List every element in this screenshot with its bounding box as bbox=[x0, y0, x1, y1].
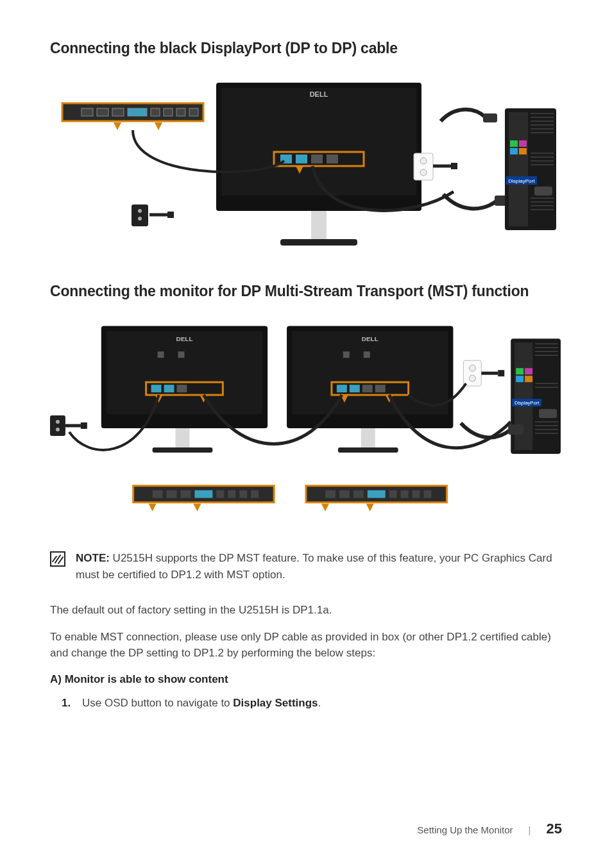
svg-text:DELL: DELL bbox=[176, 335, 192, 342]
svg-rect-130 bbox=[389, 490, 397, 498]
svg-rect-69 bbox=[178, 351, 185, 358]
svg-rect-128 bbox=[353, 490, 364, 498]
svg-rect-78 bbox=[362, 385, 373, 392]
svg-marker-134 bbox=[321, 504, 329, 512]
svg-rect-120 bbox=[228, 490, 235, 498]
svg-rect-13 bbox=[189, 108, 198, 116]
svg-rect-26 bbox=[167, 212, 174, 218]
svg-rect-121 bbox=[239, 490, 247, 498]
svg-rect-19 bbox=[311, 154, 323, 163]
para-enable-mst: To enable MST connection, please use onl… bbox=[50, 629, 562, 662]
svg-rect-20 bbox=[327, 154, 338, 163]
svg-rect-112 bbox=[81, 422, 87, 429]
note-text: NOTE: U2515H supports the DP MST feature… bbox=[76, 550, 562, 583]
step-1-number: 1. bbox=[62, 695, 73, 712]
heading-dp-cable: Connecting the black DisplayPort (DP to … bbox=[50, 38, 562, 58]
note-label: NOTE: bbox=[76, 552, 110, 564]
svg-rect-65 bbox=[177, 385, 187, 392]
svg-rect-118 bbox=[194, 490, 212, 498]
svg-rect-50 bbox=[510, 140, 518, 147]
svg-rect-131 bbox=[401, 490, 409, 498]
footer-page-number: 25 bbox=[547, 821, 562, 837]
svg-rect-32 bbox=[483, 113, 497, 122]
svg-rect-76 bbox=[337, 385, 347, 392]
svg-rect-127 bbox=[339, 490, 350, 498]
svg-rect-18 bbox=[296, 154, 307, 163]
svg-rect-35 bbox=[509, 112, 528, 226]
svg-point-86 bbox=[469, 375, 475, 381]
svg-rect-10 bbox=[151, 108, 160, 116]
svg-point-28 bbox=[420, 158, 427, 164]
note-block: NOTE: U2515H supports the DP MST feature… bbox=[50, 550, 562, 583]
svg-rect-22 bbox=[132, 204, 148, 226]
svg-point-85 bbox=[469, 365, 475, 371]
svg-rect-129 bbox=[368, 490, 386, 498]
svg-text:DELL: DELL bbox=[362, 335, 378, 342]
para-default-setting: The default out of factory setting in th… bbox=[50, 602, 562, 619]
svg-rect-113 bbox=[508, 424, 523, 435]
svg-rect-58 bbox=[106, 331, 262, 414]
heading-mst: Connecting the monitor for DP Multi-Stre… bbox=[50, 281, 562, 301]
svg-rect-51 bbox=[519, 140, 527, 147]
svg-rect-27 bbox=[414, 153, 433, 180]
subheading-a: A) Monitor is able to show content bbox=[50, 673, 562, 686]
note-icon bbox=[50, 551, 65, 569]
svg-rect-9 bbox=[128, 108, 147, 116]
svg-rect-79 bbox=[375, 385, 386, 392]
svg-rect-84 bbox=[463, 360, 481, 386]
svg-rect-116 bbox=[167, 490, 177, 498]
svg-rect-60 bbox=[176, 428, 190, 447]
svg-rect-64 bbox=[164, 385, 174, 392]
svg-marker-14 bbox=[114, 122, 121, 130]
note-body: U2515H supports the DP MST feature. To m… bbox=[76, 552, 552, 581]
svg-marker-15 bbox=[155, 122, 162, 130]
svg-point-110 bbox=[56, 428, 60, 431]
svg-text:DisplayPort: DisplayPort bbox=[509, 178, 536, 184]
svg-rect-56 bbox=[534, 187, 552, 196]
svg-rect-115 bbox=[153, 490, 163, 498]
footer-section: Setting Up the Monitor bbox=[417, 824, 513, 835]
svg-rect-101 bbox=[516, 368, 523, 374]
svg-rect-3 bbox=[311, 211, 327, 239]
svg-rect-103 bbox=[516, 376, 523, 382]
svg-rect-77 bbox=[350, 385, 360, 392]
step-1-pre: Use OSD button to navigate to bbox=[82, 697, 233, 709]
figure-dp-to-dp: DELL bbox=[50, 76, 562, 256]
svg-marker-123 bbox=[149, 504, 157, 512]
svg-rect-31 bbox=[451, 163, 457, 169]
svg-rect-71 bbox=[292, 331, 448, 414]
svg-rect-88 bbox=[498, 370, 504, 376]
step-1-post: . bbox=[318, 697, 321, 709]
svg-rect-52 bbox=[510, 148, 518, 154]
svg-rect-68 bbox=[158, 351, 164, 358]
svg-rect-102 bbox=[525, 368, 532, 374]
svg-rect-133 bbox=[424, 490, 432, 498]
svg-rect-122 bbox=[251, 490, 259, 498]
svg-rect-8 bbox=[112, 108, 124, 116]
svg-rect-7 bbox=[97, 108, 108, 116]
svg-rect-107 bbox=[539, 409, 557, 418]
svg-rect-11 bbox=[164, 108, 173, 116]
steps-list: 1. Use OSD button to navigate to Display… bbox=[50, 695, 562, 712]
svg-rect-82 bbox=[343, 351, 350, 358]
svg-rect-126 bbox=[325, 490, 336, 498]
svg-point-23 bbox=[138, 209, 142, 213]
footer-sep: | bbox=[529, 824, 531, 835]
svg-point-29 bbox=[420, 169, 427, 176]
page-footer: Setting Up the Monitor | 25 bbox=[50, 821, 562, 837]
svg-marker-135 bbox=[366, 504, 374, 512]
svg-point-109 bbox=[56, 420, 60, 424]
svg-rect-74 bbox=[338, 447, 398, 453]
svg-rect-53 bbox=[519, 148, 527, 154]
svg-rect-108 bbox=[50, 415, 65, 436]
svg-point-24 bbox=[138, 217, 142, 221]
svg-rect-12 bbox=[176, 108, 185, 116]
svg-rect-132 bbox=[412, 490, 420, 498]
svg-marker-124 bbox=[193, 504, 201, 512]
svg-rect-83 bbox=[364, 351, 370, 358]
step-1-bold: Display Settings bbox=[233, 697, 318, 709]
figure-mst: DELL DELL bbox=[50, 319, 562, 524]
svg-text:DELL: DELL bbox=[310, 90, 328, 98]
svg-text:DisplayPort: DisplayPort bbox=[514, 400, 540, 406]
svg-rect-61 bbox=[153, 447, 213, 453]
